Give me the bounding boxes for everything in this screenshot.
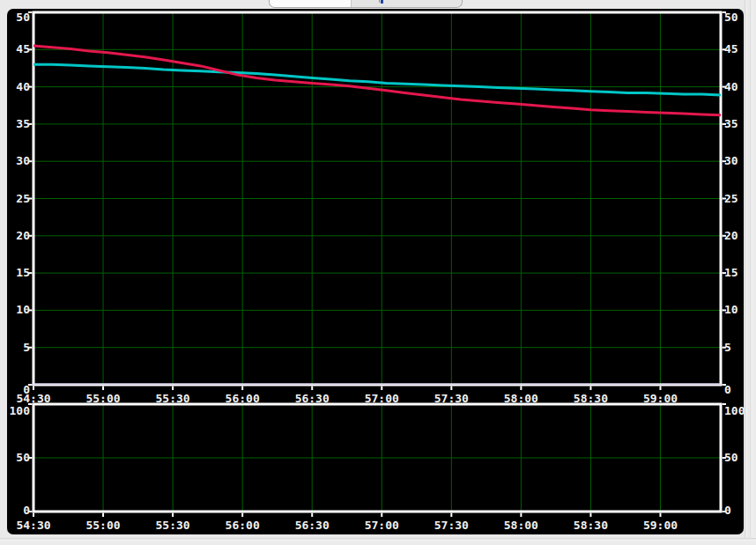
x-tick-label: 55:00 xyxy=(85,519,120,532)
chart-panel: 54:3055:0055:3056:0056:3057:0057:3058:00… xyxy=(7,9,744,534)
y-tick-label-left: 40 xyxy=(16,80,30,93)
y-tick-label-right: 5 xyxy=(724,341,731,354)
y-tick-label-right: 50 xyxy=(724,451,738,464)
y-tick-label-right: 40 xyxy=(724,80,738,93)
x-tick-label: 57:30 xyxy=(434,519,469,532)
tab-active[interactable] xyxy=(270,0,352,7)
right-splitter[interactable] xyxy=(744,0,756,545)
bottom-divider xyxy=(0,538,756,545)
y-tick-label-left: 10 xyxy=(16,303,30,316)
y-tick-label-right: 20 xyxy=(724,229,738,242)
y-tick-label-left: 5 xyxy=(23,341,30,354)
x-tick-label: 58:30 xyxy=(574,519,608,532)
bottom-chart[interactable]: 54:3055:0055:3056:0056:3057:0057:3058:00… xyxy=(10,404,744,532)
top-chart[interactable]: 54:3055:0055:3056:0056:3057:0057:3058:00… xyxy=(16,11,737,405)
y-tick-label-left: 50 xyxy=(16,451,30,464)
x-tick-label: 58:00 xyxy=(504,519,538,532)
x-tick-label: 57:00 xyxy=(365,519,399,532)
y-tick-label-left: 30 xyxy=(16,154,30,167)
y-tick-label-right: 30 xyxy=(724,154,738,167)
y-tick-label-right: 0 xyxy=(724,383,731,396)
y-tick-label-right: 45 xyxy=(724,42,738,55)
y-tick-label-left: 20 xyxy=(16,229,30,242)
y-tick-label-left: 100 xyxy=(10,404,31,417)
y-tick-label-left: 0 xyxy=(23,504,30,517)
x-tick-label: 59:00 xyxy=(643,519,678,532)
x-tick-label: 56:00 xyxy=(226,519,260,532)
y-tick-label-right: 100 xyxy=(724,404,744,417)
tab-mini-icon xyxy=(381,0,383,4)
y-tick-label-right: 25 xyxy=(724,192,738,205)
y-tick-label-left: 25 xyxy=(16,192,30,205)
x-tick-label: 55:30 xyxy=(156,519,190,532)
y-tick-label-left: 45 xyxy=(16,42,30,55)
y-tick-label-left: 15 xyxy=(16,266,30,279)
y-tick-label-right: 35 xyxy=(724,117,738,130)
y-tick-label-left: 50 xyxy=(16,11,30,24)
tab-bar[interactable] xyxy=(269,0,463,8)
y-tick-label-right: 50 xyxy=(724,11,738,24)
charts-canvas[interactable]: 54:3055:0055:3056:0056:3057:0057:3058:00… xyxy=(7,9,744,534)
tab-inactive[interactable] xyxy=(352,0,462,7)
x-tick-label: 56:30 xyxy=(295,519,330,532)
y-tick-label-right: 15 xyxy=(724,266,738,279)
x-tick-label: 54:30 xyxy=(16,519,50,532)
y-tick-label-left: 0 xyxy=(23,383,30,396)
y-tick-label-right: 0 xyxy=(724,504,731,517)
y-tick-label-left: 35 xyxy=(16,117,30,130)
red-series xyxy=(33,46,721,115)
y-tick-label-right: 10 xyxy=(724,303,738,316)
